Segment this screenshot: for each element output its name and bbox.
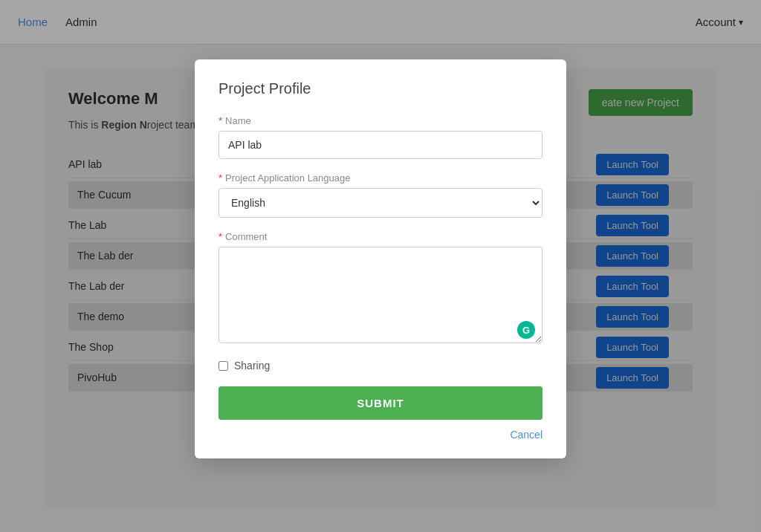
name-label: *Name (218, 115, 543, 126)
name-required-star: * (218, 115, 222, 126)
language-select[interactable]: English French Spanish German (218, 188, 543, 218)
name-field-group: *Name (218, 115, 543, 159)
submit-button[interactable]: SUBMIT (218, 386, 543, 420)
sharing-checkbox-group: Sharing (218, 360, 543, 372)
modal-overlay: Project Profile *Name *Project Applicati… (0, 0, 761, 532)
name-input[interactable] (218, 131, 543, 159)
language-label: *Project Application Language (218, 172, 543, 184)
cancel-link[interactable]: Cancel (218, 429, 543, 441)
sharing-checkbox[interactable] (218, 361, 228, 371)
project-profile-modal: Project Profile *Name *Project Applicati… (195, 59, 566, 458)
sharing-label[interactable]: Sharing (234, 360, 270, 372)
language-field-group: *Project Application Language English Fr… (218, 172, 543, 218)
comment-field-group: *Comment G (218, 231, 543, 346)
comment-textarea-wrapper: G (218, 247, 543, 346)
modal-title: Project Profile (218, 80, 543, 97)
comment-required-star: * (218, 231, 222, 242)
comment-textarea[interactable] (218, 247, 543, 343)
language-required-star: * (218, 172, 222, 184)
comment-label: *Comment (218, 231, 543, 242)
grammarly-icon: G (517, 321, 535, 339)
